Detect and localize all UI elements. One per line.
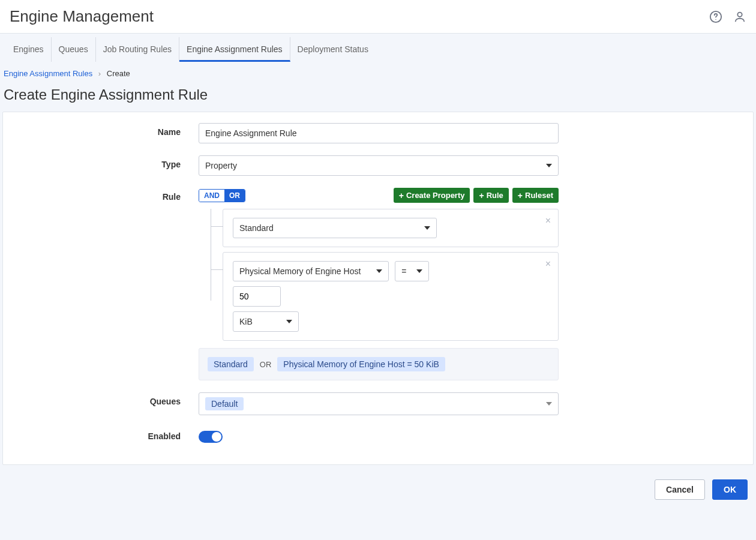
tree-line: [211, 209, 211, 301]
logic-or[interactable]: OR: [224, 190, 245, 202]
page-title: Create Engine Assignment Rule: [0, 80, 756, 112]
rule-label: Rule: [19, 188, 199, 202]
add-ruleset-button[interactable]: +Ruleset: [512, 188, 559, 203]
breadcrumb-parent[interactable]: Engine Assignment Rules: [4, 69, 92, 78]
rule-box-1: × Standard: [223, 209, 559, 247]
caret-down-icon: [416, 269, 422, 273]
summary-operator: OR: [260, 360, 272, 369]
enabled-label: Enabled: [19, 427, 199, 441]
tab-engine-assignment-rules[interactable]: Engine Assignment Rules: [179, 37, 290, 62]
logic-toggle[interactable]: AND OR: [199, 189, 245, 202]
type-select[interactable]: Property: [199, 155, 559, 176]
rule2-unit-select[interactable]: KiB: [233, 311, 299, 332]
tab-engines[interactable]: Engines: [6, 37, 52, 62]
caret-down-icon: [286, 320, 292, 323]
summary-term-1: Standard: [208, 357, 254, 371]
tab-deployment-status[interactable]: Deployment Status: [290, 37, 376, 62]
add-rule-button[interactable]: +Rule: [473, 188, 508, 203]
type-label: Type: [19, 155, 199, 169]
cancel-button[interactable]: Cancel: [655, 479, 705, 500]
tab-bar: Engines Queues Job Routing Rules Engine …: [0, 34, 756, 63]
svg-point-2: [737, 12, 742, 16]
plus-icon: +: [399, 191, 404, 200]
breadcrumb: Engine Assignment Rules › Create: [0, 63, 756, 80]
form-card: Name Type Property Rule AND OR +Create P…: [2, 112, 754, 465]
summary-term-2: Physical Memory of Engine Host = 50 KiB: [277, 357, 445, 371]
caret-down-icon: [546, 402, 552, 406]
queue-chip: Default: [205, 397, 244, 410]
queues-select[interactable]: Default: [199, 392, 559, 415]
queues-label: Queues: [19, 392, 199, 406]
caret-down-icon: [376, 269, 382, 273]
name-input[interactable]: [199, 123, 559, 143]
enabled-toggle[interactable]: [199, 431, 223, 443]
caret-down-icon: [424, 226, 430, 230]
chevron-right-icon: ›: [98, 69, 101, 78]
caret-down-icon: [546, 164, 552, 167]
rule2-property-select[interactable]: Physical Memory of Engine Host: [233, 261, 389, 281]
create-property-button[interactable]: +Create Property: [394, 188, 470, 203]
tab-job-routing-rules[interactable]: Job Routing Rules: [96, 37, 179, 62]
name-label: Name: [19, 123, 199, 137]
rule-box-2: × Physical Memory of Engine Host =: [223, 252, 559, 341]
remove-rule-1[interactable]: ×: [545, 215, 551, 226]
plus-icon: +: [518, 191, 523, 200]
help-icon[interactable]: [709, 10, 722, 23]
svg-point-1: [715, 19, 716, 19]
app-title: Engine Management: [10, 7, 154, 26]
tab-queues[interactable]: Queues: [52, 37, 96, 62]
type-value: Property: [205, 161, 237, 170]
rule2-value-input[interactable]: [233, 286, 281, 307]
remove-rule-2[interactable]: ×: [545, 259, 551, 269]
logic-and[interactable]: AND: [199, 190, 224, 202]
ok-button[interactable]: OK: [712, 479, 748, 500]
user-icon[interactable]: [733, 10, 746, 23]
rule1-select[interactable]: Standard: [233, 218, 437, 238]
rule2-operator-select[interactable]: =: [395, 261, 428, 281]
plus-icon: +: [479, 191, 484, 200]
rule-summary: Standard OR Physical Memory of Engine Ho…: [199, 348, 559, 380]
breadcrumb-current: Create: [107, 69, 130, 78]
